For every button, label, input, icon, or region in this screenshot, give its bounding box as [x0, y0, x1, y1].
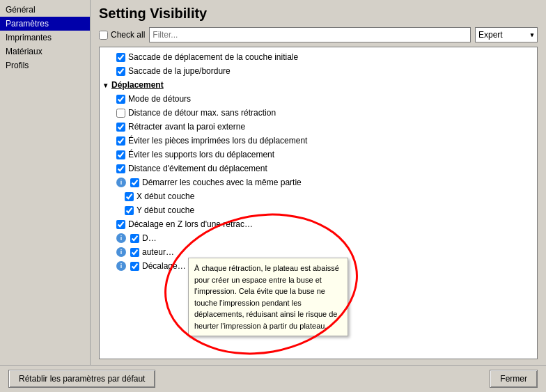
sidebar: Général Paramètres Imprimantes Matériaux…	[0, 0, 91, 365]
cb-eviter-pieces[interactable]	[116, 136, 125, 146]
label-distance-evitement: Distance d'évitement du déplacement	[128, 164, 267, 173]
setting-y-debut-couche: Y début couche	[100, 203, 537, 217]
check-all-checkbox[interactable]	[99, 31, 108, 40]
toolbar: Check all Expert Débutant Avancé ▼	[99, 27, 538, 42]
settings-list: Saccade de déplacement de la couche init…	[100, 47, 537, 276]
label-deplacement-section: Déplacement	[111, 80, 164, 90]
section-arrow-icon: ▾	[104, 81, 107, 89]
setting-decalage-z: Décalage en Z lors d'une rétrac…	[100, 217, 537, 231]
bottom-bar: Rétablir les paramètres par défaut Ferme…	[0, 365, 546, 392]
label-eviter-pieces: Éviter les pièces imprimées lors du dépl…	[128, 136, 307, 146]
label-decalage3: Décalage…	[142, 261, 186, 271]
setting-eviter-pieces: Éviter les pièces imprimées lors du dépl…	[100, 134, 537, 148]
cb-retracter-avant[interactable]	[116, 123, 125, 132]
filter-input[interactable]	[149, 27, 471, 42]
cb-y-debut-couche[interactable]	[125, 206, 134, 215]
cb-demarrer-couches[interactable]	[130, 178, 139, 187]
sidebar-item-profils[interactable]: Profils	[0, 58, 90, 72]
cb-decalage-z[interactable]	[116, 220, 125, 229]
setting-distance-evitement: Distance d'évitement du déplacement	[100, 162, 537, 175]
check-all-wrap: Check all	[99, 30, 145, 40]
setting-decalage-z2: i D…	[100, 231, 537, 245]
cb-saccade-jupe[interactable]	[116, 67, 125, 76]
label-eviter-supports: Éviter les supports lors du déplacement	[128, 150, 274, 159]
sidebar-item-parametres[interactable]: Paramètres	[0, 17, 90, 31]
cb-mode-detours[interactable]	[116, 95, 125, 104]
reset-button[interactable]: Rétablir les paramètres par défaut	[8, 370, 155, 388]
close-button[interactable]: Fermer	[490, 370, 538, 388]
setting-demarrer-couches: i Démarrer les couches avec la même part…	[100, 175, 537, 189]
label-mode-detours: Mode de détours	[128, 94, 191, 104]
setting-saccade-couche: Saccade de déplacement de la couche init…	[100, 50, 537, 64]
sidebar-item-imprimantes[interactable]: Imprimantes	[0, 31, 90, 45]
info-icon-demarrer: i	[116, 178, 126, 187]
setting-mode-detours: Mode de détours	[100, 92, 537, 106]
label-demarrer-couches: Démarrer les couches avec la même partie	[142, 178, 302, 187]
cb-saccade-couche[interactable]	[116, 53, 125, 62]
setting-auteur: i auteur…	[100, 245, 537, 259]
cb-distance-evitement[interactable]	[116, 164, 125, 173]
info-icon-decalage-z2: i	[116, 233, 126, 243]
label-decalage-z: Décalage en Z lors d'une rétrac…	[128, 219, 253, 229]
check-all-label: Check all	[111, 30, 145, 40]
setting-retracter-avant: Rétracter avant la paroi externe	[100, 120, 537, 134]
label-auteur: auteur…	[142, 247, 174, 257]
setting-deplacement-section: ▾ Déplacement	[100, 78, 537, 92]
cb-auteur[interactable]	[130, 248, 139, 257]
app-window: Général Paramètres Imprimantes Matériaux…	[0, 0, 546, 392]
tooltip-text: À chaque rétraction, le plateau est abai…	[194, 264, 339, 330]
label-y-debut-couche: Y début couche	[136, 205, 194, 215]
page-title: Setting Visibility	[99, 6, 538, 22]
info-icon-decalage3: i	[116, 261, 126, 271]
tooltip-popup: À chaque rétraction, le plateau est abai…	[188, 258, 348, 336]
cb-x-debut-couche[interactable]	[125, 192, 134, 201]
label-x-debut-couche: X début couche	[136, 191, 194, 201]
cb-eviter-supports[interactable]	[116, 150, 125, 159]
label-decalage-z2: D…	[142, 233, 157, 243]
cb-distance-detour[interactable]	[116, 109, 125, 118]
setting-saccade-jupe: Saccade de la jupe/bordure	[100, 64, 537, 78]
setting-x-debut-couche: X début couche	[100, 189, 537, 203]
cb-decalage-z2[interactable]	[130, 234, 139, 243]
cb-decalage3[interactable]	[130, 262, 139, 271]
setting-distance-detour: Distance de détour max. sans rétraction	[100, 106, 537, 120]
sidebar-item-materiaux[interactable]: Matériaux	[0, 45, 90, 58]
label-distance-detour: Distance de détour max. sans rétraction	[128, 108, 276, 118]
setting-eviter-supports: Éviter les supports lors du déplacement	[100, 148, 537, 162]
dropdown-wrap: Expert Débutant Avancé ▼	[475, 27, 538, 42]
label-retracter-avant: Rétracter avant la paroi externe	[128, 122, 245, 132]
visibility-level-select[interactable]: Expert Débutant Avancé	[475, 27, 538, 42]
label-saccade-jupe: Saccade de la jupe/bordure	[128, 66, 231, 76]
sidebar-item-general[interactable]: Général	[0, 3, 90, 17]
info-icon-auteur: i	[116, 247, 126, 257]
label-saccade-couche: Saccade de déplacement de la couche init…	[128, 52, 298, 62]
